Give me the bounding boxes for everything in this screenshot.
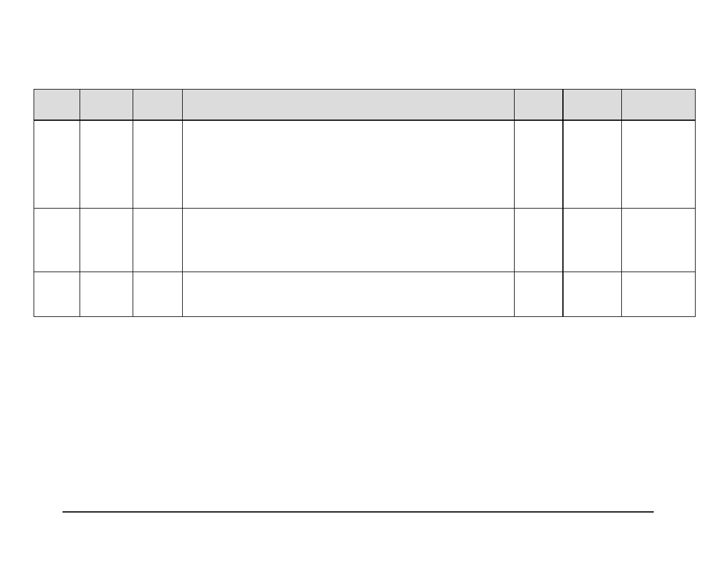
table-cell [34,272,80,317]
table-cell [133,272,183,317]
table-cell [183,120,515,209]
table-header-cell [80,90,133,120]
table-header-cell [563,90,622,120]
table-cell [563,120,622,209]
table-cell [34,209,80,272]
table-cell [80,120,133,209]
footer-separator [62,511,654,513]
table-cell [34,120,80,209]
table-row [34,272,696,317]
table-cell [563,272,622,317]
table-cell [563,209,622,272]
table-cell [80,209,133,272]
table-cell [515,120,563,209]
table-row [34,120,696,209]
table-cell [515,272,563,317]
table-cell [622,209,696,272]
table-header-row [34,90,696,120]
table-header-cell [515,90,563,120]
table-header-cell [183,90,515,120]
table-cell [183,209,515,272]
table-header-cell [133,90,183,120]
table-cell [622,120,696,209]
table-cell [183,272,515,317]
table-cell [622,272,696,317]
document-page [0,0,728,562]
table-row [34,209,696,272]
table-cell [133,209,183,272]
table-cell [80,272,133,317]
table-header-cell [622,90,696,120]
data-table [34,89,696,317]
table-cell [133,120,183,209]
table-header-cell [34,90,80,120]
table-cell [515,209,563,272]
